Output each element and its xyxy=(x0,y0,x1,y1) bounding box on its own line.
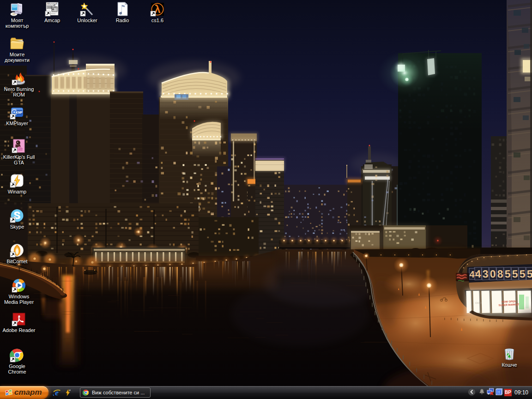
svg-text:KMP: KMP xyxy=(16,111,23,114)
svg-text:NOW OPEN: NOW OPEN xyxy=(502,300,516,303)
svg-text:OOO: OOO xyxy=(475,302,482,304)
svg-text:e: e xyxy=(55,388,59,397)
svg-text:3: 3 xyxy=(482,268,489,280)
svg-text:4: 4 xyxy=(475,268,481,280)
svg-text:8: 8 xyxy=(497,268,503,280)
svg-text:0: 0 xyxy=(490,268,496,280)
svg-text:4: 4 xyxy=(469,269,475,279)
svg-text:5: 5 xyxy=(504,268,511,280)
svg-text:5: 5 xyxy=(526,268,532,280)
svg-text:5: 5 xyxy=(519,268,526,280)
svg-text:5: 5 xyxy=(512,268,518,280)
svg-text:Microsoft: Microsoft xyxy=(47,2,58,5)
